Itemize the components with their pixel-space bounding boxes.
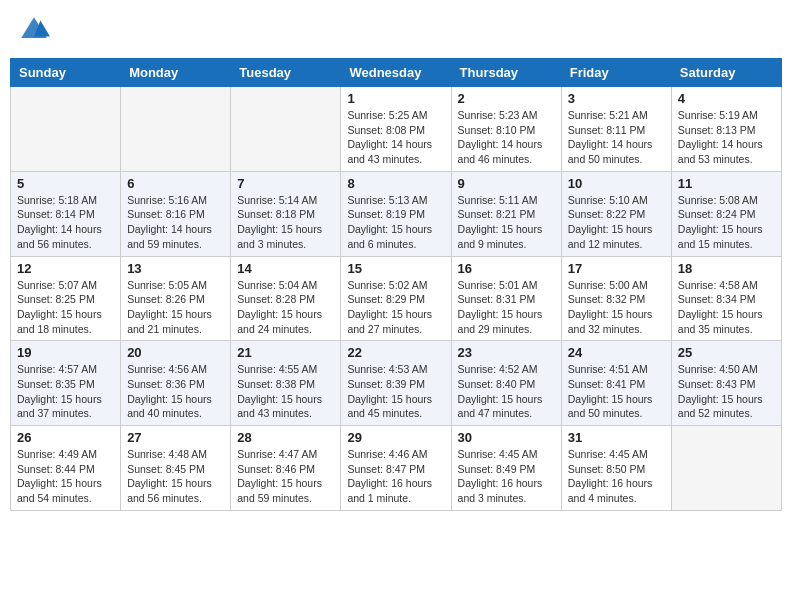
day-number: 10 [568, 176, 665, 191]
calendar-cell: 24Sunrise: 4:51 AM Sunset: 8:41 PM Dayli… [561, 341, 671, 426]
day-info: Sunrise: 4:46 AM Sunset: 8:47 PM Dayligh… [347, 447, 444, 506]
day-info: Sunrise: 4:58 AM Sunset: 8:34 PM Dayligh… [678, 278, 775, 337]
calendar-cell: 3Sunrise: 5:21 AM Sunset: 8:11 PM Daylig… [561, 87, 671, 172]
day-info: Sunrise: 5:11 AM Sunset: 8:21 PM Dayligh… [458, 193, 555, 252]
day-info: Sunrise: 4:51 AM Sunset: 8:41 PM Dayligh… [568, 362, 665, 421]
calendar-cell: 8Sunrise: 5:13 AM Sunset: 8:19 PM Daylig… [341, 171, 451, 256]
day-info: Sunrise: 4:55 AM Sunset: 8:38 PM Dayligh… [237, 362, 334, 421]
day-number: 20 [127, 345, 224, 360]
day-number: 23 [458, 345, 555, 360]
day-number: 15 [347, 261, 444, 276]
day-number: 27 [127, 430, 224, 445]
day-number: 30 [458, 430, 555, 445]
calendar-cell: 26Sunrise: 4:49 AM Sunset: 8:44 PM Dayli… [11, 426, 121, 511]
weekday-header-thursday: Thursday [451, 59, 561, 87]
day-number: 19 [17, 345, 114, 360]
day-info: Sunrise: 4:52 AM Sunset: 8:40 PM Dayligh… [458, 362, 555, 421]
day-info: Sunrise: 5:02 AM Sunset: 8:29 PM Dayligh… [347, 278, 444, 337]
day-number: 13 [127, 261, 224, 276]
day-info: Sunrise: 4:47 AM Sunset: 8:46 PM Dayligh… [237, 447, 334, 506]
day-info: Sunrise: 5:25 AM Sunset: 8:08 PM Dayligh… [347, 108, 444, 167]
calendar-cell: 15Sunrise: 5:02 AM Sunset: 8:29 PM Dayli… [341, 256, 451, 341]
day-number: 25 [678, 345, 775, 360]
day-number: 24 [568, 345, 665, 360]
day-number: 18 [678, 261, 775, 276]
day-info: Sunrise: 5:19 AM Sunset: 8:13 PM Dayligh… [678, 108, 775, 167]
day-info: Sunrise: 5:08 AM Sunset: 8:24 PM Dayligh… [678, 193, 775, 252]
day-info: Sunrise: 5:05 AM Sunset: 8:26 PM Dayligh… [127, 278, 224, 337]
calendar-cell: 17Sunrise: 5:00 AM Sunset: 8:32 PM Dayli… [561, 256, 671, 341]
day-number: 1 [347, 91, 444, 106]
day-info: Sunrise: 5:21 AM Sunset: 8:11 PM Dayligh… [568, 108, 665, 167]
day-info: Sunrise: 4:57 AM Sunset: 8:35 PM Dayligh… [17, 362, 114, 421]
logo-icon [18, 14, 50, 46]
calendar-cell: 7Sunrise: 5:14 AM Sunset: 8:18 PM Daylig… [231, 171, 341, 256]
day-info: Sunrise: 5:04 AM Sunset: 8:28 PM Dayligh… [237, 278, 334, 337]
weekday-header-wednesday: Wednesday [341, 59, 451, 87]
calendar-cell: 5Sunrise: 5:18 AM Sunset: 8:14 PM Daylig… [11, 171, 121, 256]
calendar-table: SundayMondayTuesdayWednesdayThursdayFrid… [10, 58, 782, 511]
calendar-cell: 27Sunrise: 4:48 AM Sunset: 8:45 PM Dayli… [121, 426, 231, 511]
calendar-cell [121, 87, 231, 172]
day-info: Sunrise: 5:07 AM Sunset: 8:25 PM Dayligh… [17, 278, 114, 337]
calendar-cell: 2Sunrise: 5:23 AM Sunset: 8:10 PM Daylig… [451, 87, 561, 172]
day-info: Sunrise: 4:53 AM Sunset: 8:39 PM Dayligh… [347, 362, 444, 421]
calendar-cell: 13Sunrise: 5:05 AM Sunset: 8:26 PM Dayli… [121, 256, 231, 341]
day-info: Sunrise: 5:18 AM Sunset: 8:14 PM Dayligh… [17, 193, 114, 252]
day-number: 17 [568, 261, 665, 276]
day-info: Sunrise: 5:13 AM Sunset: 8:19 PM Dayligh… [347, 193, 444, 252]
day-number: 3 [568, 91, 665, 106]
calendar-cell: 6Sunrise: 5:16 AM Sunset: 8:16 PM Daylig… [121, 171, 231, 256]
day-number: 9 [458, 176, 555, 191]
day-info: Sunrise: 4:49 AM Sunset: 8:44 PM Dayligh… [17, 447, 114, 506]
day-number: 6 [127, 176, 224, 191]
page-header [10, 10, 782, 50]
weekday-header-sunday: Sunday [11, 59, 121, 87]
calendar-cell: 12Sunrise: 5:07 AM Sunset: 8:25 PM Dayli… [11, 256, 121, 341]
calendar-cell: 9Sunrise: 5:11 AM Sunset: 8:21 PM Daylig… [451, 171, 561, 256]
day-info: Sunrise: 4:48 AM Sunset: 8:45 PM Dayligh… [127, 447, 224, 506]
day-info: Sunrise: 5:00 AM Sunset: 8:32 PM Dayligh… [568, 278, 665, 337]
day-info: Sunrise: 4:50 AM Sunset: 8:43 PM Dayligh… [678, 362, 775, 421]
calendar-cell: 22Sunrise: 4:53 AM Sunset: 8:39 PM Dayli… [341, 341, 451, 426]
week-row-5: 26Sunrise: 4:49 AM Sunset: 8:44 PM Dayli… [11, 426, 782, 511]
calendar-cell: 23Sunrise: 4:52 AM Sunset: 8:40 PM Dayli… [451, 341, 561, 426]
day-number: 28 [237, 430, 334, 445]
day-number: 26 [17, 430, 114, 445]
logo [18, 14, 54, 46]
calendar-cell: 25Sunrise: 4:50 AM Sunset: 8:43 PM Dayli… [671, 341, 781, 426]
day-number: 4 [678, 91, 775, 106]
weekday-header-monday: Monday [121, 59, 231, 87]
day-info: Sunrise: 4:45 AM Sunset: 8:49 PM Dayligh… [458, 447, 555, 506]
calendar-cell: 29Sunrise: 4:46 AM Sunset: 8:47 PM Dayli… [341, 426, 451, 511]
calendar-cell [671, 426, 781, 511]
week-row-1: 1Sunrise: 5:25 AM Sunset: 8:08 PM Daylig… [11, 87, 782, 172]
day-number: 12 [17, 261, 114, 276]
calendar-cell: 20Sunrise: 4:56 AM Sunset: 8:36 PM Dayli… [121, 341, 231, 426]
day-number: 7 [237, 176, 334, 191]
calendar-cell: 10Sunrise: 5:10 AM Sunset: 8:22 PM Dayli… [561, 171, 671, 256]
day-number: 16 [458, 261, 555, 276]
calendar-cell [11, 87, 121, 172]
day-info: Sunrise: 5:23 AM Sunset: 8:10 PM Dayligh… [458, 108, 555, 167]
calendar-cell: 11Sunrise: 5:08 AM Sunset: 8:24 PM Dayli… [671, 171, 781, 256]
calendar-cell: 19Sunrise: 4:57 AM Sunset: 8:35 PM Dayli… [11, 341, 121, 426]
week-row-3: 12Sunrise: 5:07 AM Sunset: 8:25 PM Dayli… [11, 256, 782, 341]
day-number: 21 [237, 345, 334, 360]
weekday-header-friday: Friday [561, 59, 671, 87]
day-number: 29 [347, 430, 444, 445]
day-info: Sunrise: 5:16 AM Sunset: 8:16 PM Dayligh… [127, 193, 224, 252]
day-number: 2 [458, 91, 555, 106]
weekday-header-row: SundayMondayTuesdayWednesdayThursdayFrid… [11, 59, 782, 87]
weekday-header-saturday: Saturday [671, 59, 781, 87]
weekday-header-tuesday: Tuesday [231, 59, 341, 87]
day-number: 8 [347, 176, 444, 191]
calendar-cell: 16Sunrise: 5:01 AM Sunset: 8:31 PM Dayli… [451, 256, 561, 341]
day-info: Sunrise: 4:56 AM Sunset: 8:36 PM Dayligh… [127, 362, 224, 421]
day-info: Sunrise: 4:45 AM Sunset: 8:50 PM Dayligh… [568, 447, 665, 506]
calendar-cell: 21Sunrise: 4:55 AM Sunset: 8:38 PM Dayli… [231, 341, 341, 426]
calendar-cell: 14Sunrise: 5:04 AM Sunset: 8:28 PM Dayli… [231, 256, 341, 341]
day-number: 11 [678, 176, 775, 191]
calendar-cell [231, 87, 341, 172]
day-number: 14 [237, 261, 334, 276]
